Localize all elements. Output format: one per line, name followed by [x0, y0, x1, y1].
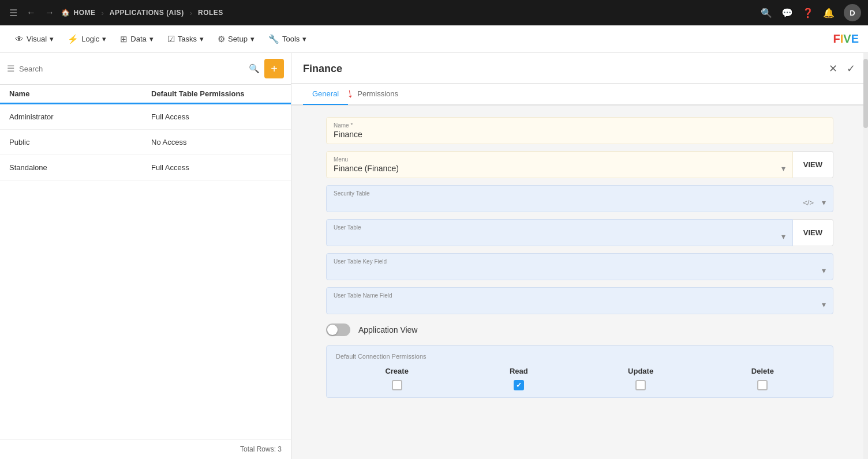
app-view-row: Application View: [326, 321, 833, 338]
toolbar: 👁 Visual ▾ ⚡ Logic ▾ ⊞ Data ▾ ☑ Tasks ▾ …: [0, 25, 868, 53]
app-view-toggle[interactable]: [326, 323, 350, 336]
col-perms-header: Default Table Permissions: [140, 89, 282, 98]
tools-icon: 🔧: [268, 34, 279, 44]
perm-update-checkbox[interactable]: [635, 380, 646, 390]
table-row[interactable]: Administrator Full Access: [0, 104, 291, 130]
tabs-container: General Permissions ↑: [291, 84, 868, 106]
toolbar-tasks-label: Tasks: [178, 35, 197, 43]
col-name-header: Name: [9, 89, 140, 98]
home-icon: 🏠: [61, 9, 70, 17]
setup-icon: ⚙: [218, 34, 225, 44]
menu-label: Menu: [334, 156, 785, 163]
perm-col-delete: Delete: [702, 367, 824, 390]
toolbar-data[interactable]: ⊞ Data ▾: [114, 31, 159, 48]
menu-value[interactable]: Finance (Finance): [334, 164, 776, 173]
user-table-label: User Table: [334, 224, 785, 231]
search-nav-icon[interactable]: 🔍: [761, 7, 772, 18]
user-table-dropdown-icon[interactable]: ▾: [781, 232, 785, 241]
left-panel: ☰ 🔍 + Name Default Table Permissions Adm…: [0, 53, 291, 459]
perm-update-label: Update: [628, 367, 653, 375]
perm-delete-label: Delete: [751, 367, 774, 375]
right-actions: ✕ ✓: [828, 61, 856, 76]
right-panel-title: Finance: [303, 63, 342, 75]
help-icon[interactable]: ❓: [802, 7, 814, 18]
data-icon: ⊞: [120, 34, 128, 44]
forward-icon[interactable]: →: [43, 5, 57, 20]
toolbar-tools-label: Tools: [282, 35, 300, 43]
breadcrumb-home[interactable]: 🏠 HOME: [61, 9, 96, 17]
user-table-view-button[interactable]: VIEW: [793, 219, 833, 246]
search-input[interactable]: [19, 65, 244, 73]
toolbar-tasks[interactable]: ☑ Tasks ▾: [162, 31, 209, 48]
name-label: Name *: [334, 122, 826, 129]
menu-dropdown-icon[interactable]: ▾: [781, 164, 785, 173]
menu-field-container: Menu Finance (Finance) ▾ VIEW: [326, 151, 833, 178]
toolbar-logic[interactable]: ⚡ Logic ▾: [62, 31, 112, 48]
perm-col-read: Read: [458, 367, 579, 390]
perm-create-checkbox[interactable]: [392, 380, 402, 390]
toolbar-data-label: Data: [130, 35, 146, 43]
logic-dropdown-icon: ▾: [102, 35, 106, 43]
user-table-key-row: ▾: [334, 266, 826, 275]
bell-icon[interactable]: 🔔: [823, 7, 835, 18]
add-button[interactable]: +: [264, 59, 284, 78]
five-logo: FIVE: [833, 32, 859, 46]
toolbar-visual-label: Visual: [27, 35, 47, 43]
toolbar-tools[interactable]: 🔧 Tools ▾: [263, 31, 312, 48]
search-magnify-icon[interactable]: 🔍: [249, 63, 260, 74]
breadcrumb-sep-1: ›: [102, 9, 104, 17]
row-name-public: Public: [9, 138, 140, 146]
perm-read-checkbox[interactable]: [514, 380, 524, 390]
row-perm-public: No Access: [140, 138, 282, 146]
permissions-box: Default Connection Permissions Create Re…: [326, 345, 833, 398]
right-header: Finance ✕ ✓: [291, 53, 868, 84]
user-table-key-label: User Table Key Field: [334, 258, 826, 265]
row-name-standalone: Standalone: [9, 163, 140, 172]
security-table-label: Security Table: [334, 190, 826, 197]
table-row[interactable]: Public No Access: [0, 130, 291, 155]
menu-view-button[interactable]: VIEW: [793, 151, 833, 178]
code-icon[interactable]: </>: [803, 198, 814, 207]
row-perm-standalone: Full Access: [140, 163, 282, 172]
perm-col-create: Create: [336, 367, 458, 390]
user-table-name-field: User Table Name Field ▾: [326, 287, 833, 314]
tasks-icon: ☑: [167, 34, 175, 44]
setup-dropdown-icon: ▾: [250, 35, 255, 43]
chat-icon[interactable]: 💬: [781, 7, 793, 18]
toolbar-logic-label: Logic: [81, 35, 99, 43]
permissions-title: Default Connection Permissions: [336, 353, 824, 360]
toggle-knob: [327, 325, 338, 335]
perm-create-label: Create: [385, 367, 408, 375]
menu-icon[interactable]: ☰: [7, 5, 20, 21]
visual-dropdown-icon: ▾: [50, 35, 54, 43]
tab-permissions[interactable]: Permissions: [348, 84, 407, 105]
toolbar-setup[interactable]: ⚙ Setup ▾: [212, 31, 260, 48]
name-field: Name * Finance: [326, 117, 833, 144]
total-rows: Total Rows: 3: [0, 439, 291, 459]
scrollbar-thumb[interactable]: [863, 59, 868, 128]
logic-icon: ⚡: [68, 34, 78, 44]
scrollbar-track: [863, 53, 868, 459]
user-table-name-dropdown-icon[interactable]: ▾: [822, 300, 826, 309]
back-icon[interactable]: ←: [24, 5, 38, 20]
table-row[interactable]: Standalone Full Access: [0, 155, 291, 180]
data-dropdown-icon: ▾: [149, 35, 154, 43]
user-table-key-field: User Table Key Field ▾: [326, 253, 833, 280]
avatar[interactable]: D: [844, 4, 861, 21]
visual-icon: 👁: [15, 34, 24, 44]
user-table-key-dropdown-icon[interactable]: ▾: [822, 266, 826, 275]
security-table-dropdown-icon[interactable]: ▾: [822, 198, 826, 207]
close-button[interactable]: ✕: [828, 61, 839, 76]
perm-delete-checkbox[interactable]: [757, 380, 768, 390]
toolbar-setup-label: Setup: [228, 35, 248, 43]
main-layout: ☰ 🔍 + Name Default Table Permissions Adm…: [0, 53, 868, 459]
row-perm-administrator: Full Access: [140, 112, 282, 121]
toolbar-visual[interactable]: 👁 Visual ▾: [9, 31, 59, 47]
tab-general[interactable]: General: [303, 84, 348, 105]
search-bar: ☰ 🔍 +: [0, 53, 291, 85]
breadcrumb-apps[interactable]: APPLICATIONS (AIS): [110, 9, 184, 17]
name-value[interactable]: Finance: [334, 130, 826, 139]
breadcrumb-roles[interactable]: ROLES: [198, 9, 223, 17]
right-panel: Finance ✕ ✓ General Permissions ↑ Name *…: [291, 53, 868, 459]
confirm-button[interactable]: ✓: [845, 61, 856, 76]
